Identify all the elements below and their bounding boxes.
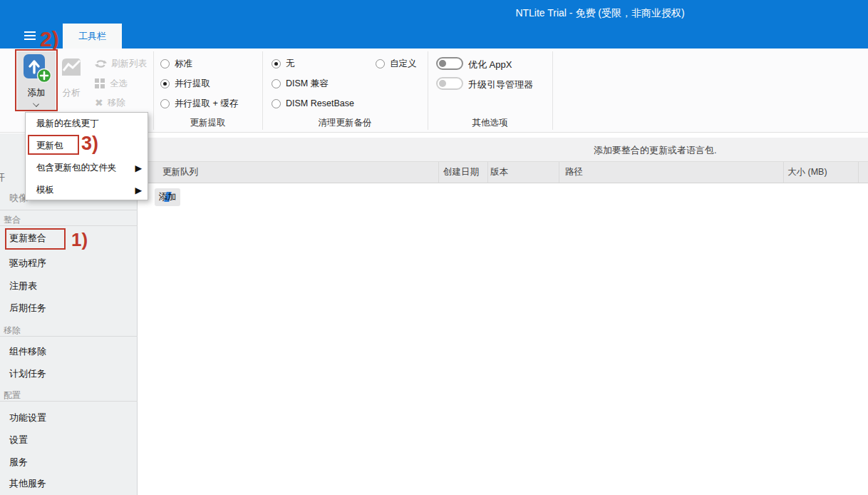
select-all-icon (95, 78, 105, 89)
toggle-upgrade-boot-manager-label: 升级引导管理器 (468, 78, 533, 91)
sidebar-item-component-removal[interactable]: 组件移除 (9, 345, 46, 358)
radio-standard[interactable]: 标准 (160, 58, 192, 69)
ribbon-separator (552, 51, 553, 130)
annotation-box-add-button (15, 49, 58, 111)
radio-dism-compat-label: DISM 兼容 (286, 78, 329, 90)
refresh-list-button[interactable]: 刷新列表 (95, 57, 147, 70)
analyze-chart-icon (61, 57, 82, 77)
sidebar-item-services[interactable]: 服务 (9, 456, 28, 469)
submenu-arrow-icon: ▶ (135, 163, 142, 173)
menu-item-folder-with-packages[interactable]: 包含更新包的文件夹 ▶ (26, 157, 148, 179)
sidebar-item-scheduled-tasks[interactable]: 计划任务 (9, 367, 46, 380)
radio-circle-icon (272, 99, 281, 108)
sidebar-item-drivers[interactable]: 驱动程序 (9, 257, 46, 270)
tab-toolbar-label: 工具栏 (78, 30, 106, 43)
column-path[interactable]: 路径 (565, 166, 583, 178)
radio-circle-selected-icon (160, 79, 170, 88)
annotation-step-1: 1) (71, 229, 88, 251)
sidebar-item-other-services[interactable]: 其他服务 (9, 477, 46, 490)
toggle-knob-icon (439, 80, 446, 87)
toggle-upgrade-boot-manager[interactable] (436, 77, 463, 90)
radio-parallel-extract-label: 并行提取 (175, 78, 210, 90)
sidebar-divider (0, 210, 138, 210)
radio-parallel-extract[interactable]: 并行提取 (160, 78, 210, 89)
menu-item-template[interactable]: 模板 ▶ (26, 179, 148, 201)
remove-button[interactable]: ✖ 移除 (95, 96, 125, 109)
sidebar-section-remove: 移除 (4, 325, 21, 337)
radio-none[interactable]: 无 (272, 58, 295, 69)
sidebar-divider (0, 225, 138, 226)
queue-add-button[interactable]: 添加 (155, 188, 180, 206)
radio-circle-icon (272, 79, 281, 88)
tab-toolbar[interactable]: 工具栏 (63, 24, 122, 49)
radio-dism-resetbase[interactable]: DISM ResetBase (272, 98, 354, 109)
annotation-step-3: 3) (81, 133, 98, 155)
radio-circle-icon (160, 99, 170, 108)
sidebar-item-settings[interactable]: 设置 (9, 434, 28, 446)
hamburger-menu-icon[interactable] (24, 31, 36, 40)
sidebar-item-registry[interactable]: 注册表 (9, 280, 37, 292)
annotation-step-2: 2) (40, 27, 59, 51)
menu-item-latest-online-updates[interactable]: 最新的在线更丁 (26, 113, 148, 135)
status-banner (138, 138, 868, 161)
status-message: 添加要整合的更新或者语言包. (594, 144, 717, 157)
select-all-button[interactable]: 全选 (95, 77, 128, 90)
sidebar-divider (0, 336, 138, 337)
select-all-label: 全选 (110, 78, 128, 90)
refresh-list-label: 刷新列表 (111, 58, 147, 70)
sidebar-divider (0, 401, 138, 402)
group-label-other-options: 其他选项 (428, 117, 552, 129)
toggle-knob-icon (439, 60, 446, 67)
radio-none-label: 无 (286, 58, 295, 70)
radio-dism-resetbase-label: DISM ResetBase (286, 98, 354, 108)
refresh-icon (95, 58, 107, 69)
radio-circle-icon (376, 59, 385, 68)
column-separator (858, 162, 859, 183)
analyze-button-label: 分析 (58, 87, 85, 99)
sidebar-item-feature-settings[interactable]: 功能设置 (9, 412, 46, 424)
submenu-arrow-icon: ▶ (135, 185, 142, 195)
window-title: NTLite Trial - 免费 (受限，非商业授权) (458, 7, 743, 20)
radio-dism-compat[interactable]: DISM 兼容 (272, 78, 329, 89)
remove-label: 移除 (108, 97, 125, 109)
radio-parallel-extract-cache[interactable]: 并行提取 + 缓存 (160, 98, 238, 109)
sidebar-item-post-tasks[interactable]: 后期任务 (9, 302, 46, 315)
radio-standard-label: 标准 (175, 58, 192, 70)
column-separator (783, 162, 784, 183)
toggle-optimize-appx-label: 优化 AppX (468, 58, 512, 71)
menu-item-label: 模板 (36, 184, 54, 196)
analyze-button[interactable]: 分析 (58, 51, 85, 110)
radio-custom-label: 自定义 (390, 58, 417, 70)
column-creation-date[interactable]: 创建日期 (443, 166, 479, 178)
column-version[interactable]: 版本 (490, 166, 508, 178)
column-size-mb[interactable]: 大小 (MB) (787, 166, 827, 178)
column-separator (559, 162, 559, 183)
remove-x-icon: ✖ (95, 98, 103, 108)
column-separator (487, 162, 488, 183)
sidebar-clipped-text: 开 (0, 170, 6, 182)
menu-item-label: 最新的在线更丁 (36, 118, 99, 130)
ntlite-window: NTLite Trial - 免费 (受限，非商业授权) 工具栏 添加 分析 (0, 0, 868, 495)
radio-parallel-extract-cache-label: 并行提取 + 缓存 (175, 98, 238, 110)
annotation-box-update-integrate (5, 228, 66, 250)
sidebar-section-configure: 配置 (4, 389, 21, 402)
add-dropdown-menu: 最新的在线更丁 更新包 包含更新包的文件夹 ▶ 模板 ▶ (25, 112, 148, 200)
group-label-cleanup-backup: 清理更新备份 (262, 117, 428, 129)
radio-circle-selected-icon (272, 59, 281, 68)
menu-item-label: 包含更新包的文件夹 (36, 162, 117, 174)
group-label-update-extract: 更新提取 (153, 117, 262, 129)
column-separator (438, 162, 439, 183)
queue-add-label: 添加 (159, 191, 177, 203)
radio-circle-icon (160, 59, 170, 68)
sidebar-section-integrate: 整合 (4, 214, 21, 226)
column-update-queue[interactable]: 更新队列 (162, 166, 198, 178)
annotation-box-update-package (28, 135, 79, 155)
radio-custom[interactable]: 自定义 (376, 58, 417, 69)
toggle-optimize-appx[interactable] (436, 57, 463, 70)
